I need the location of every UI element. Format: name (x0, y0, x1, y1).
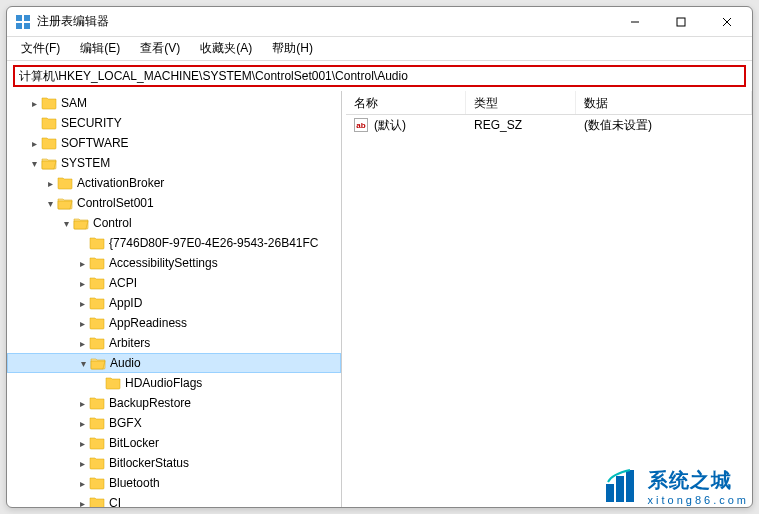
list-col-type[interactable]: 类型 (466, 91, 576, 114)
chevron-right-icon[interactable]: ▸ (75, 296, 89, 310)
main-split: ▸SAMSECURITY▸SOFTWARE▾SYSTEM▸ActivationB… (7, 91, 752, 507)
chevron-right-icon[interactable]: ▸ (75, 456, 89, 470)
chevron-down-icon[interactable]: ▾ (76, 356, 90, 370)
tree-label: ControlSet001 (77, 196, 154, 210)
tree-label: AccessibilitySettings (109, 256, 218, 270)
tree-item-appid[interactable]: ▸AppID (7, 293, 341, 313)
menu-help[interactable]: 帮助(H) (264, 38, 321, 59)
tree-label: SAM (61, 96, 87, 110)
address-input[interactable] (13, 65, 746, 87)
window-title: 注册表编辑器 (37, 13, 109, 30)
tree-label: BGFX (109, 416, 142, 430)
svg-rect-0 (16, 15, 22, 21)
folder-open-icon (73, 215, 89, 231)
tree-label: Bluetooth (109, 476, 160, 490)
svg-rect-3 (24, 23, 30, 29)
chevron-right-icon[interactable]: ▸ (75, 276, 89, 290)
folder-open-icon (90, 355, 106, 371)
tree-item-ci[interactable]: ▸CI (7, 493, 341, 507)
chevron-right-icon[interactable]: ▸ (27, 96, 41, 110)
folder-closed-icon (89, 275, 105, 291)
list-col-data[interactable]: 数据 (576, 91, 752, 114)
list-row[interactable]: ab (默认) REG_SZ (数值未设置) (346, 115, 752, 135)
list-pane: 名称 类型 数据 ab (默认) REG_SZ (数值未设置) (346, 91, 752, 507)
tree-item-guidkey[interactable]: {7746D80F-97E0-4E26-9543-26B41FC (7, 233, 341, 253)
tree-item-bitlockerstatus[interactable]: ▸BitlockerStatus (7, 453, 341, 473)
tree-label: SYSTEM (61, 156, 110, 170)
maximize-button[interactable] (658, 7, 704, 37)
tree-label: Control (93, 216, 132, 230)
tree-label: SOFTWARE (61, 136, 129, 150)
folder-closed-icon (41, 135, 57, 151)
tree-item-bluetooth[interactable]: ▸Bluetooth (7, 473, 341, 493)
chevron-right-icon[interactable]: ▸ (75, 496, 89, 507)
menu-edit[interactable]: 编辑(E) (72, 38, 128, 59)
close-button[interactable] (704, 7, 750, 37)
folder-closed-icon (89, 315, 105, 331)
chevron-right-icon[interactable]: ▸ (75, 316, 89, 330)
minimize-button[interactable] (612, 7, 658, 37)
list-col-name[interactable]: 名称 (346, 91, 466, 114)
chevron-right-icon[interactable]: ▸ (75, 256, 89, 270)
svg-rect-2 (16, 23, 22, 29)
tree-label: {7746D80F-97E0-4E26-9543-26B41FC (109, 236, 318, 250)
menu-view[interactable]: 查看(V) (132, 38, 188, 59)
addressbar-container (7, 61, 752, 91)
tree-item-software[interactable]: ▸SOFTWARE (7, 133, 341, 153)
folder-closed-icon (89, 235, 105, 251)
tree-item-backuprestore[interactable]: ▸BackupRestore (7, 393, 341, 413)
folder-closed-icon (89, 475, 105, 491)
chevron-right-icon[interactable]: ▸ (75, 476, 89, 490)
expander-none (75, 236, 89, 250)
tree-item-controlset001[interactable]: ▾ControlSet001 (7, 193, 341, 213)
menu-favorites[interactable]: 收藏夹(A) (192, 38, 260, 59)
chevron-down-icon[interactable]: ▾ (43, 196, 57, 210)
tree-label: ActivationBroker (77, 176, 164, 190)
folder-closed-icon (57, 175, 73, 191)
chevron-down-icon[interactable]: ▾ (27, 156, 41, 170)
tree-item-hdaudioflags[interactable]: HDAudioFlags (7, 373, 341, 393)
tree-label: SECURITY (61, 116, 122, 130)
folder-closed-icon (89, 415, 105, 431)
tree-item-sam[interactable]: ▸SAM (7, 93, 341, 113)
tree-item-control[interactable]: ▾Control (7, 213, 341, 233)
tree-label: Audio (110, 356, 141, 370)
titlebar: 注册表编辑器 (7, 7, 752, 37)
tree-label: HDAudioFlags (125, 376, 202, 390)
menubar: 文件(F) 编辑(E) 查看(V) 收藏夹(A) 帮助(H) (7, 37, 752, 61)
app-icon (15, 14, 31, 30)
tree-item-bgfx[interactable]: ▸BGFX (7, 413, 341, 433)
chevron-right-icon[interactable]: ▸ (43, 176, 57, 190)
folder-open-icon (57, 195, 73, 211)
list-header: 名称 类型 数据 (346, 91, 752, 115)
tree-item-activationbroker[interactable]: ▸ActivationBroker (7, 173, 341, 193)
folder-closed-icon (105, 375, 121, 391)
folder-closed-icon (89, 455, 105, 471)
tree-label: ACPI (109, 276, 137, 290)
chevron-right-icon[interactable]: ▸ (27, 136, 41, 150)
chevron-right-icon[interactable]: ▸ (75, 396, 89, 410)
tree-item-arbiters[interactable]: ▸Arbiters (7, 333, 341, 353)
chevron-down-icon[interactable]: ▾ (59, 216, 73, 230)
svg-rect-5 (677, 18, 685, 26)
tree-item-system[interactable]: ▾SYSTEM (7, 153, 341, 173)
chevron-right-icon[interactable]: ▸ (75, 436, 89, 450)
value-name: (默认) (374, 117, 406, 134)
value-type: REG_SZ (474, 118, 522, 132)
tree-item-acpi[interactable]: ▸ACPI (7, 273, 341, 293)
tree-item-accessibilitysettings[interactable]: ▸AccessibilitySettings (7, 253, 341, 273)
tree-pane[interactable]: ▸SAMSECURITY▸SOFTWARE▾SYSTEM▸ActivationB… (7, 91, 342, 507)
tree-item-bitlocker[interactable]: ▸BitLocker (7, 433, 341, 453)
tree-label: Arbiters (109, 336, 150, 350)
folder-closed-icon (89, 495, 105, 507)
tree-item-security[interactable]: SECURITY (7, 113, 341, 133)
menu-file[interactable]: 文件(F) (13, 38, 68, 59)
svg-rect-1 (24, 15, 30, 21)
tree-item-audio[interactable]: ▾Audio (7, 353, 341, 373)
tree-item-appreadiness[interactable]: ▸AppReadiness (7, 313, 341, 333)
chevron-right-icon[interactable]: ▸ (75, 416, 89, 430)
chevron-right-icon[interactable]: ▸ (75, 336, 89, 350)
list-body[interactable]: ab (默认) REG_SZ (数值未设置) (346, 115, 752, 507)
tree-label: AppReadiness (109, 316, 187, 330)
expander-none (27, 116, 41, 130)
